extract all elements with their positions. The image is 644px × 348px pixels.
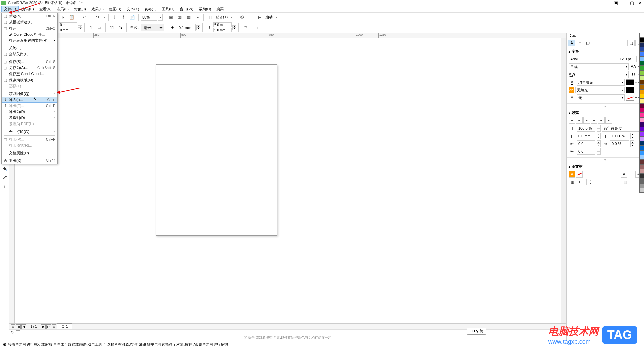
outline-swatch[interactable] (626, 95, 634, 101)
line-spacing-input[interactable] (577, 125, 595, 132)
fullscreen-icon[interactable]: ▣ (167, 13, 175, 21)
file-menu-item[interactable]: 保存至 Corel Cloud... (2, 71, 57, 77)
close-icon[interactable]: ✕ (637, 0, 643, 5)
palette-swatch[interactable] (639, 160, 644, 164)
font-combo[interactable]: Arial▾ (569, 56, 616, 62)
canvas[interactable] (15, 38, 561, 323)
palette-swatch[interactable] (639, 89, 644, 94)
minimize-icon[interactable]: — (621, 0, 627, 5)
palette-swatch[interactable] (639, 164, 644, 169)
gear-icon[interactable]: ⚙ (3, 342, 7, 347)
launch-label[interactable]: 启动 (265, 15, 273, 20)
page-tab[interactable]: 页 1 (57, 323, 72, 330)
all-pages-icon[interactable]: ▯▯ (108, 23, 116, 32)
options-dropdown-icon[interactable]: ▾ (247, 13, 251, 21)
align-left-icon[interactable]: ≡ (576, 117, 583, 124)
doc-toggle-icon[interactable]: ▣ (613, 0, 619, 5)
landscape-icon[interactable]: ▭ (95, 23, 103, 32)
palette-swatch[interactable] (639, 183, 644, 188)
align-right-icon[interactable]: ≡ (591, 117, 597, 124)
file-menu-item[interactable]: ▢保存(S)...Ctrl+S (2, 59, 57, 65)
char-tab-icon[interactable]: A̲ (568, 40, 575, 46)
add-tool[interactable]: + (1, 182, 9, 190)
palette-swatch[interactable] (639, 188, 644, 193)
options-icon[interactable]: ⚙ (238, 13, 246, 21)
left-indent-input[interactable] (577, 140, 595, 147)
maximize-icon[interactable]: ▢ (629, 0, 635, 5)
palette-swatch[interactable] (639, 42, 644, 47)
add-icon[interactable]: + (253, 23, 261, 32)
file-menu-item[interactable]: 合并打印(G)▸ (2, 129, 57, 135)
vertical-scrollbar[interactable] (561, 38, 566, 323)
export-icon[interactable]: ⭱ (119, 13, 127, 21)
palette-swatch[interactable] (639, 66, 644, 70)
font-style-combo[interactable]: 常规▾ (569, 63, 629, 70)
frame-btn-1[interactable]: A (569, 171, 575, 178)
file-menu-item[interactable]: 导出为(R)▸ (2, 109, 57, 115)
fill-combo-2[interactable]: 无填充▾ (575, 87, 625, 93)
menu-tools[interactable]: 工具(O) (159, 6, 177, 12)
copy-icon[interactable]: ⎘ (59, 13, 67, 21)
palette-swatch[interactable] (639, 103, 644, 108)
menu-buy[interactable]: 购买 (214, 6, 226, 12)
next-page-icon[interactable]: ▶ (41, 324, 46, 329)
palette-swatch[interactable] (639, 169, 644, 174)
zoom-dropdown-icon[interactable]: ▾ (158, 14, 163, 21)
palette-swatch[interactable] (639, 179, 644, 183)
menu-effects[interactable]: 效果(C) (89, 6, 106, 12)
last-page-icon[interactable]: ⏭ (46, 324, 51, 329)
palette-swatch[interactable] (639, 132, 644, 136)
palette-swatch[interactable] (639, 127, 644, 132)
undo-dropdown-icon[interactable]: ▾ (89, 13, 93, 21)
file-menu-item[interactable]: ▢全部关闭(L) (2, 51, 57, 57)
menu-view[interactable]: 查看(V) (37, 6, 54, 12)
spin-up-icon[interactable]: ▴ (196, 25, 200, 28)
ruler-horizontal[interactable]: 0 250 500 750 1000 1250 (9, 33, 566, 38)
palette-swatch[interactable] (639, 108, 644, 113)
import-icon[interactable]: ⭳ (111, 13, 119, 21)
redo-dropdown-icon[interactable]: ▾ (102, 13, 106, 21)
underline-icon[interactable]: U̲ (630, 71, 637, 78)
treat-as-icon[interactable]: ⬚ (241, 23, 249, 32)
fill-tool[interactable] (1, 165, 9, 173)
frame-section-header[interactable]: ▴图文框 (569, 163, 642, 170)
palette-swatch[interactable] (639, 117, 644, 122)
kerning-icon[interactable]: A̲A̲ (630, 63, 637, 70)
file-menu-item[interactable]: ▢从模板新建(F)... (2, 19, 57, 25)
palette-swatch[interactable] (639, 56, 644, 61)
frame-btn-3[interactable]: A (621, 171, 627, 178)
publish-pdf-icon[interactable]: 📄 (128, 13, 136, 21)
page-width-input[interactable] (59, 22, 77, 27)
menu-text[interactable]: 文本(X) (124, 6, 142, 12)
portrait-icon[interactable]: ▯ (87, 23, 95, 32)
language-badge[interactable]: CH ⚲ 简 (467, 328, 486, 335)
menu-bitmap[interactable]: 位图(B) (106, 6, 124, 12)
cols-align-icon[interactable]: ▥ (622, 179, 629, 185)
palette-swatch[interactable] (639, 47, 644, 52)
spin-down-icon[interactable]: ▾ (78, 28, 82, 30)
align-justify-icon[interactable]: ≡ (598, 117, 605, 124)
dup-x-input[interactable] (213, 22, 232, 27)
no-fill-icon[interactable]: ⊘ (11, 330, 14, 334)
palette-swatch[interactable] (639, 80, 644, 85)
palette-swatch[interactable] (639, 122, 644, 127)
palette-swatch[interactable] (639, 38, 644, 42)
snap-options-icon[interactable]: ◫ (206, 13, 214, 21)
dup-y-input[interactable] (213, 28, 232, 32)
menu-help[interactable]: 帮助(H) (196, 6, 214, 12)
font-size-input[interactable] (618, 56, 637, 62)
para-section-header[interactable]: ▴段落 (569, 110, 642, 116)
spin-down-icon[interactable]: ▾ (196, 28, 200, 30)
para-tab-icon[interactable]: ≡ (576, 40, 583, 46)
paste-icon[interactable]: 📋 (68, 13, 76, 21)
file-menu-item[interactable]: ⏻退出(X)Alt+F4 (2, 158, 57, 164)
after-para-input[interactable] (610, 133, 629, 139)
launch-dropdown-icon[interactable]: ▾ (275, 13, 279, 21)
spacing-unit-combo[interactable]: %字符高度▾ (602, 125, 642, 132)
first-line-input[interactable] (577, 148, 595, 155)
snap-label[interactable]: 贴齐(T) (216, 15, 228, 20)
palette-swatch[interactable] (639, 99, 644, 103)
undo-icon[interactable]: ↶ (80, 13, 88, 21)
right-indent-input[interactable] (610, 140, 629, 147)
align-force-icon[interactable]: ≡ (605, 117, 612, 124)
